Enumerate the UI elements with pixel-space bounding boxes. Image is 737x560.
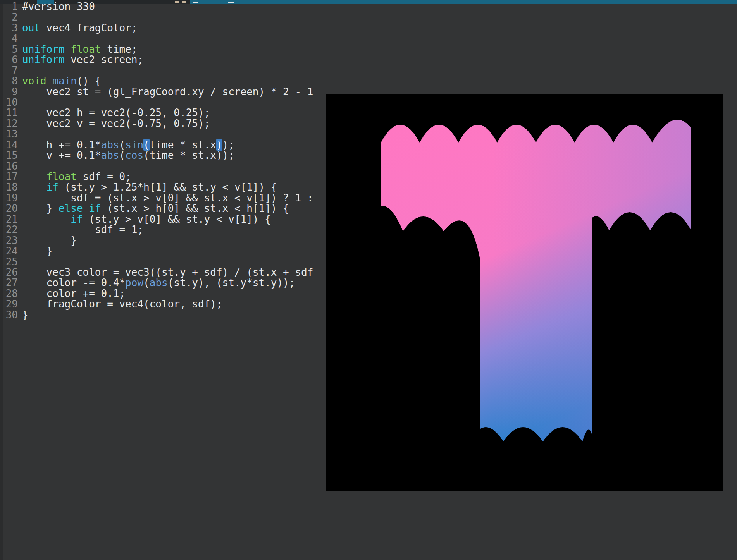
code-token xyxy=(22,181,46,193)
code-token: sin xyxy=(125,139,143,151)
code-token: vec3 color = vec3((st.y + sdf) / (st.x +… xyxy=(22,266,313,278)
code-token: vec2 v = vec2(-0.75, 0.75); xyxy=(22,118,210,129)
code-text[interactable]: sdf = (st.x > v[0] && st.x < v[1]) ? 1 : xyxy=(18,193,313,203)
line-number: 23 xyxy=(0,235,18,246)
code-text[interactable]: h += 0.1*abs(sin(time * st.x)); xyxy=(18,140,234,150)
line-number: 16 xyxy=(0,161,18,172)
code-token: main xyxy=(52,75,77,87)
code-text[interactable]: sdf = 1; xyxy=(18,225,143,235)
code-text[interactable] xyxy=(18,161,22,172)
code-token: ( xyxy=(143,277,150,289)
code-token: uniform xyxy=(22,43,65,55)
code-token: vec2 h = vec2(-0.25, 0.25); xyxy=(22,107,210,119)
line-number: 28 xyxy=(0,289,18,299)
screen: 1#version 33023out vec4 fragColor;45unif… xyxy=(0,0,737,560)
code-token: } xyxy=(22,235,77,246)
line-number: 5 xyxy=(0,44,18,55)
matched-paren-highlight: ) xyxy=(216,139,222,151)
code-token: color -= 0.4* xyxy=(22,277,125,289)
code-token: vec2 screen; xyxy=(65,54,144,65)
code-text[interactable] xyxy=(18,65,22,76)
code-text[interactable]: fragColor = vec4(color, sdf); xyxy=(18,299,222,309)
code-text[interactable]: vec2 h = vec2(-0.25, 0.25); xyxy=(18,108,210,118)
line-number: 30 xyxy=(0,310,18,320)
code-token: } xyxy=(22,203,59,214)
code-token: abs xyxy=(101,139,119,151)
code-token: (time * st.x)); xyxy=(143,149,234,161)
line-number: 26 xyxy=(0,267,18,278)
code-token: float xyxy=(46,171,77,182)
code-text[interactable]: void main() { xyxy=(18,76,101,86)
code-text[interactable]: } else if (st.x > h[0] && st.x < h[1]) { xyxy=(18,203,289,214)
code-token: float xyxy=(71,43,101,55)
line-number: 19 xyxy=(0,193,18,203)
code-token: () { xyxy=(77,75,101,87)
code-text[interactable]: #version 330 xyxy=(18,2,95,12)
code-text[interactable]: if (st.y > 1.25*h[1] && st.y < v[1]) { xyxy=(18,182,277,192)
code-text[interactable] xyxy=(18,129,22,139)
code-line[interactable]: 8void main() { xyxy=(0,76,737,86)
matched-paren-highlight: ( xyxy=(143,139,150,151)
code-text[interactable]: out vec4 fragColor; xyxy=(18,23,137,33)
code-text[interactable]: } xyxy=(18,235,77,246)
code-text[interactable]: uniform vec2 screen; xyxy=(18,55,143,65)
code-token: uniform xyxy=(22,54,65,65)
line-number: 3 xyxy=(0,23,18,33)
line-number: 8 xyxy=(0,76,18,86)
line-number: 12 xyxy=(0,119,18,129)
line-number: 7 xyxy=(0,65,18,76)
line-number: 27 xyxy=(0,278,18,288)
code-token xyxy=(22,171,46,182)
code-text[interactable]: float sdf = 0; xyxy=(18,172,131,182)
code-text[interactable] xyxy=(18,97,22,108)
line-number: 14 xyxy=(0,140,18,150)
code-token: if xyxy=(46,181,59,193)
line-number: 22 xyxy=(0,225,18,235)
code-token: if xyxy=(89,203,101,214)
code-line[interactable]: 7 xyxy=(0,65,737,76)
code-text[interactable]: color += 0.1; xyxy=(18,289,125,299)
code-text[interactable] xyxy=(18,257,22,267)
line-number: 17 xyxy=(0,172,18,182)
code-text[interactable]: vec2 v = vec2(-0.75, 0.75); xyxy=(18,119,210,129)
code-token: ( xyxy=(119,139,125,151)
line-number: 10 xyxy=(0,97,18,108)
code-token: else xyxy=(59,203,83,214)
code-text[interactable]: color -= 0.4*pow(abs(st.y), (st.y*st.y))… xyxy=(18,278,295,288)
code-token: v += 0.1* xyxy=(22,149,101,161)
code-token: abs xyxy=(150,277,168,289)
code-token: if xyxy=(71,213,83,225)
line-number: 11 xyxy=(0,108,18,118)
code-text[interactable]: v += 0.1*abs(cos(time * st.x)); xyxy=(18,150,234,161)
code-token: cos xyxy=(125,149,143,161)
code-line[interactable]: 5uniform float time; xyxy=(0,44,737,55)
line-number: 25 xyxy=(0,257,18,267)
code-token: vec2 st = (gl_FragCoord.xy / screen) * 2… xyxy=(22,86,313,98)
code-token: out xyxy=(22,22,40,34)
code-text[interactable]: vec3 color = vec3((st.y + sdf) / (st.x +… xyxy=(18,267,313,278)
code-text[interactable]: vec2 st = (gl_FragCoord.xy / screen) * 2… xyxy=(18,87,313,97)
code-line[interactable]: 1#version 330 xyxy=(0,2,737,12)
code-line[interactable]: 3out vec4 fragColor; xyxy=(0,23,737,33)
code-line[interactable]: 4 xyxy=(0,33,737,44)
line-number: 29 xyxy=(0,299,18,309)
code-token: time * st.x xyxy=(150,139,216,151)
line-number: 2 xyxy=(0,12,18,22)
code-text[interactable]: uniform float time; xyxy=(18,44,137,55)
code-line[interactable]: 2 xyxy=(0,12,737,22)
line-number: 20 xyxy=(0,203,18,214)
code-text[interactable] xyxy=(18,33,22,44)
code-text[interactable]: } xyxy=(18,246,52,256)
code-text[interactable]: } xyxy=(18,310,28,320)
code-token: void xyxy=(22,75,46,87)
code-text[interactable] xyxy=(18,12,22,22)
line-number: 18 xyxy=(0,182,18,192)
code-token: #version 330 xyxy=(22,1,95,12)
code-token xyxy=(22,213,71,225)
code-token: sdf = 0; xyxy=(77,171,131,182)
code-line[interactable]: 6uniform vec2 screen; xyxy=(0,55,737,65)
code-text[interactable]: if (st.y > v[0] && st.y < v[1]) { xyxy=(18,214,271,225)
code-token: abs xyxy=(101,149,119,161)
code-token: (st.x > h[0] && st.x < h[1]) { xyxy=(101,203,289,214)
code-token xyxy=(65,43,71,55)
